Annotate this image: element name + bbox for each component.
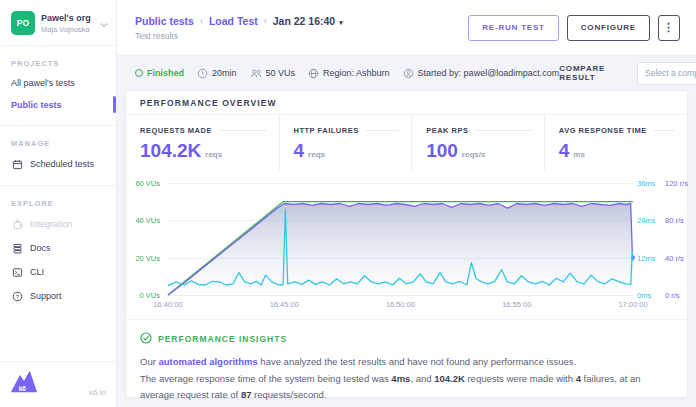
metric-unit: reqs/s [462,150,486,159]
x-tick: 16:50:00 [386,300,415,309]
insights-text-segment: The average response time of the system … [140,373,391,384]
sidebar-item-label: Support [30,291,62,301]
breadcrumb-separator: › [200,16,203,26]
sidebar-item-label: Scheduled tests [30,159,94,169]
divider [475,130,531,131]
breadcrumb-project[interactable]: Public tests [135,15,194,27]
sidebar-item-cli[interactable]: CLI [0,260,116,284]
sidebar-item-all-pawels-tests[interactable]: All pawel's tests [0,72,116,94]
ms-tick: 12ms [637,253,659,262]
rps-tick: 120 r/s [665,179,688,188]
divider [366,130,400,131]
card-title: PERFORMANCE OVERVIEW [126,91,687,115]
metric-value: 4 [559,141,570,160]
sidebar-item-public-tests[interactable]: Public tests [0,94,116,116]
x-axis: 16:40:00 16:45:00 16:50:00 16:55:00 17:0… [168,300,633,312]
insights-text-segment: requests were made with [465,373,576,384]
performance-chart[interactable]: 60 VUs 40 VUs 20 VUs 0 VUs 36ms120 r/s 2… [126,177,687,311]
org-switcher[interactable]: PO Pawel's org Maja Vojnoska [0,0,116,46]
run-label: Jan 22 16:40 [273,15,335,27]
metric-unit: ms [573,150,585,159]
y-axis-vus: 60 VUs 40 VUs 20 VUs 0 VUs [126,183,164,295]
sidebar: PO Pawel's org Maja Vojnoska PROJECTS Al… [0,0,117,407]
metric-value: 104.2K [140,141,201,160]
sidebar-section-projects: PROJECTS [0,46,116,72]
org-avatar: PO [11,11,35,35]
status-circle-icon [135,69,143,77]
sidebar-item-label: Integration [30,219,73,229]
insights-text-segment: , and [410,373,434,384]
x-tick: 16:40:00 [153,300,182,309]
rerun-test-button[interactable]: RE-RUN TEST [468,15,559,41]
status-text: Finished [147,68,184,78]
breadcrumb-run-selector[interactable]: Jan 22 16:40▾ [273,15,343,27]
metric-unit: reqs [205,150,222,159]
users-icon [250,68,262,79]
sidebar-item-support[interactable]: ? Support [0,284,116,308]
x-tick: 16:55:00 [502,300,531,309]
performance-overview-card: PERFORMANCE OVERVIEW REQUESTS MADE 104.2… [125,90,688,398]
y-tick: 0 VUs [140,291,160,300]
terminal-icon [11,266,23,278]
docs-icon [11,242,23,254]
person-icon [403,68,414,79]
topbar: Public tests › Load Test › Jan 22 16:40▾… [117,0,696,56]
sidebar-item-docs[interactable]: Docs [0,236,116,260]
chart-svg [168,183,633,295]
metric-http-failures: HTTP FAILURES 4reqs [279,115,412,171]
calendar-icon [11,158,23,170]
ms-tick: 0ms [637,291,659,300]
metric-value: 100 [426,141,458,160]
insights-text-segment: have analyzed the test results and have … [258,356,576,367]
rps-tick: 80 r/s [665,216,684,225]
breadcrumb-separator: › [264,16,267,26]
select-placeholder: Select a compare target [645,68,696,78]
metrics-row: REQUESTS MADE 104.2Kreqs HTTP FAILURES 4… [126,115,687,171]
active-indicator [113,96,116,113]
divider [219,130,267,131]
rps-tick: 40 r/s [665,253,684,262]
caret-down-icon: ▾ [339,19,343,26]
plot-area[interactable] [168,183,633,295]
metric-unit: reqs [308,150,325,159]
started-by-text: Started by: pawel@loadimpact.com [418,68,560,78]
ms-tick: 24ms [637,216,659,225]
sidebar-section-explore: EXPLORE [0,186,116,212]
x-tick: 16:45:00 [270,300,299,309]
sidebar-item-scheduled-tests[interactable]: Scheduled tests [0,152,116,176]
sidebar-item-label: CLI [30,267,44,277]
metric-value: 4 [294,141,305,160]
insights-text-segment: Our [140,356,158,367]
sidebar-item-label: Public tests [11,100,62,110]
kebab-icon: ⋮ [663,21,675,34]
svg-text:k6: k6 [19,385,27,392]
status-region: Region: Ashburn [308,68,390,79]
help-icon: ? [11,290,23,302]
sidebar-item-label: All pawel's tests [11,78,75,88]
compare-target-select[interactable]: Select a compare target ▾ [637,62,696,85]
compare-result-label: COMPARE RESULT [559,64,628,82]
insights-value: 104.2K [434,373,465,384]
duration-text: 20min [212,68,237,78]
metric-avg-response-time: AVG RESPONSE TIME 4ms [544,115,687,171]
automated-algorithms-link[interactable]: automated algorithms [158,356,257,367]
insights-text: Our automated algorithms have analyzed t… [140,354,673,404]
check-circle-icon [140,332,152,346]
status-vus: 50 VUs [250,68,296,79]
metric-requests-made: REQUESTS MADE 104.2Kreqs [126,115,279,171]
sidebar-item-label: Docs [30,243,51,253]
more-options-button[interactable]: ⋮ [658,15,680,41]
k6-site-label: k6.io [89,388,106,397]
configure-button[interactable]: CONFIGURE [567,15,650,41]
y-tick: 20 VUs [135,253,160,262]
org-subtitle: Maja Vojnoska [41,25,94,34]
x-tick: 17:00:00 [618,300,647,309]
test-status-bar: Finished 20min 50 VUs Region: Ashburn St… [117,56,696,90]
breadcrumb: Public tests › Load Test › Jan 22 16:40▾ [135,15,343,27]
breadcrumb-test[interactable]: Load Test [209,15,258,27]
clock-icon [197,68,208,79]
rps-tick: 0 r/s [665,291,680,300]
sidebar-item-integration[interactable]: Integration [0,212,116,236]
chevron-down-icon [100,14,108,32]
region-text: Region: Ashburn [323,68,390,78]
